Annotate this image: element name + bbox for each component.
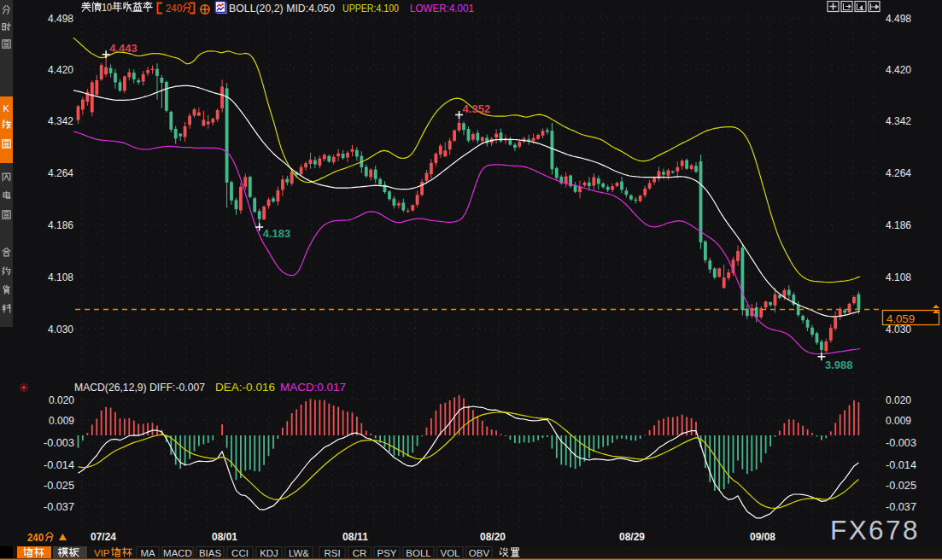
svg-text:MACD:0.017: MACD:0.017 — [280, 381, 346, 394]
svg-text:4.264: 4.264 — [886, 166, 911, 179]
svg-text:4.498: 4.498 — [886, 12, 911, 25]
svg-text:240: 240 — [27, 531, 44, 544]
svg-text:UPPER:4.100: UPPER:4.100 — [342, 2, 399, 15]
svg-text:0.009: 0.009 — [49, 414, 74, 427]
svg-text:07/24: 07/24 — [91, 530, 117, 543]
svg-text:OBV: OBV — [469, 548, 490, 558]
svg-text:CR: CR — [353, 548, 367, 558]
svg-text:VIP: VIP — [94, 548, 110, 558]
svg-text:PSY: PSY — [377, 548, 396, 558]
svg-text:4.186: 4.186 — [48, 219, 73, 231]
svg-text:RSI: RSI — [324, 548, 340, 558]
svg-text:DEA:-0.016: DEA:-0.016 — [215, 381, 275, 394]
svg-text:-0.003: -0.003 — [886, 436, 916, 449]
svg-text:BOLL(20,2) MID:4.050: BOLL(20,2) MID:4.050 — [229, 2, 335, 15]
svg-text:4.264: 4.264 — [48, 166, 73, 179]
svg-text:0.009: 0.009 — [886, 414, 911, 427]
svg-text:240: 240 — [166, 2, 182, 15]
svg-text:LW&: LW& — [289, 548, 309, 558]
svg-text:MACD: MACD — [163, 548, 192, 558]
svg-text:-0.014: -0.014 — [886, 458, 916, 471]
svg-text:4.420: 4.420 — [886, 63, 911, 76]
svg-text:BOLL: BOLL — [406, 548, 431, 558]
svg-text:10: 10 — [102, 1, 112, 14]
svg-text:4.108: 4.108 — [48, 271, 73, 283]
svg-text:LOWER:4.001: LOWER:4.001 — [410, 2, 474, 15]
svg-text:4.183: 4.183 — [263, 227, 291, 240]
svg-text:FX678: FX678 — [830, 515, 920, 545]
svg-text:BIAS: BIAS — [199, 548, 222, 558]
svg-text:4.108: 4.108 — [886, 271, 911, 283]
svg-text:MA: MA — [140, 548, 155, 558]
svg-text:K: K — [3, 103, 10, 114]
svg-text:0.020: 0.020 — [886, 394, 911, 406]
svg-text:4.030: 4.030 — [48, 323, 73, 335]
svg-text:4.186: 4.186 — [886, 219, 911, 231]
svg-text:4.059: 4.059 — [886, 312, 915, 325]
svg-text:4.498: 4.498 — [48, 12, 73, 25]
svg-text:4.352: 4.352 — [463, 102, 491, 115]
svg-text:0.020: 0.020 — [49, 394, 74, 406]
svg-text:-0.037: -0.037 — [886, 500, 916, 513]
svg-text:-0.014: -0.014 — [44, 458, 74, 471]
svg-text:-0.003: -0.003 — [44, 436, 74, 449]
svg-text:-0.025: -0.025 — [44, 479, 74, 492]
svg-text:MACD(26,12,9) DIFF:-0.007: MACD(26,12,9) DIFF:-0.007 — [74, 381, 205, 394]
svg-text:4.420: 4.420 — [48, 63, 73, 76]
svg-text:CCI: CCI — [231, 548, 249, 558]
svg-text:4.342: 4.342 — [886, 114, 911, 127]
svg-text:-0.025: -0.025 — [886, 479, 916, 492]
svg-text:08/20: 08/20 — [480, 530, 506, 543]
svg-text:08/11: 08/11 — [342, 530, 368, 543]
svg-text:KDJ: KDJ — [260, 548, 278, 558]
svg-text:4.443: 4.443 — [109, 42, 137, 55]
svg-text:08/29: 08/29 — [619, 530, 645, 543]
svg-text:09/08: 09/08 — [750, 530, 775, 543]
svg-text:4.342: 4.342 — [48, 114, 73, 127]
svg-text:-0.037: -0.037 — [44, 500, 74, 513]
svg-text:08/01: 08/01 — [212, 530, 237, 543]
svg-text:3.988: 3.988 — [825, 359, 853, 371]
svg-text:VOL: VOL — [440, 548, 460, 558]
